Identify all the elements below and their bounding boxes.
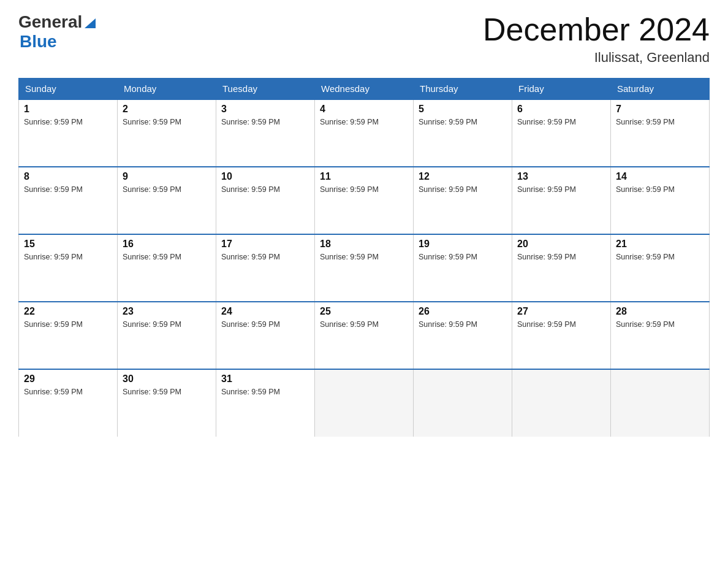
day-sunrise-info: Sunrise: 9:59 PM: [221, 388, 280, 396]
day-number: 17: [221, 239, 309, 250]
logo-general: General: [18, 12, 82, 32]
day-sunrise-info: Sunrise: 9:59 PM: [24, 320, 83, 329]
day-cell: 25Sunrise: 9:59 PM: [315, 302, 414, 369]
day-number: 24: [221, 306, 309, 317]
day-number: 12: [419, 171, 507, 182]
day-sunrise-info: Sunrise: 9:59 PM: [616, 118, 675, 126]
day-cell: 11Sunrise: 9:59 PM: [315, 167, 414, 234]
day-sunrise-info: Sunrise: 9:59 PM: [419, 118, 477, 126]
day-cell: 27Sunrise: 9:59 PM: [512, 302, 611, 369]
day-number: 5: [419, 104, 507, 115]
day-number: 4: [320, 104, 408, 115]
day-cell: 31Sunrise: 9:59 PM: [216, 369, 315, 437]
day-cell: 23Sunrise: 9:59 PM: [118, 302, 216, 369]
day-number: 9: [123, 171, 211, 182]
day-number: 30: [123, 373, 211, 385]
day-cell: 24Sunrise: 9:59 PM: [216, 302, 315, 369]
header-wednesday: Wednesday: [315, 79, 414, 100]
weekday-header-row: Sunday Monday Tuesday Wednesday Thursday…: [19, 79, 710, 100]
day-sunrise-info: Sunrise: 9:59 PM: [320, 185, 379, 194]
calendar-table: Sunday Monday Tuesday Wednesday Thursday…: [18, 78, 710, 437]
logo-triangle-icon: [83, 16, 97, 29]
day-cell: 3Sunrise: 9:59 PM: [216, 99, 315, 167]
day-sunrise-info: Sunrise: 9:59 PM: [419, 320, 477, 329]
day-number: 13: [517, 171, 605, 182]
day-number: 28: [616, 306, 704, 317]
day-number: 16: [123, 239, 211, 250]
day-sunrise-info: Sunrise: 9:59 PM: [24, 253, 83, 261]
header-thursday: Thursday: [414, 79, 512, 100]
day-cell: [611, 369, 710, 437]
day-cell: 26Sunrise: 9:59 PM: [414, 302, 512, 369]
header-saturday: Saturday: [611, 79, 710, 100]
day-sunrise-info: Sunrise: 9:59 PM: [123, 253, 181, 261]
day-number: 1: [24, 104, 112, 115]
day-cell: 22Sunrise: 9:59 PM: [19, 302, 118, 369]
day-number: 6: [517, 104, 605, 115]
logo: General Blue: [18, 12, 97, 52]
day-sunrise-info: Sunrise: 9:59 PM: [221, 253, 280, 261]
day-cell: [315, 369, 414, 437]
week-row-5: 29Sunrise: 9:59 PM30Sunrise: 9:59 PM31Su…: [19, 369, 710, 437]
day-sunrise-info: Sunrise: 9:59 PM: [221, 185, 280, 194]
day-sunrise-info: Sunrise: 9:59 PM: [616, 320, 675, 329]
day-number: 7: [616, 104, 704, 115]
day-number: 19: [419, 239, 507, 250]
day-cell: 5Sunrise: 9:59 PM: [414, 99, 512, 167]
week-row-1: 1Sunrise: 9:59 PM2Sunrise: 9:59 PM3Sunri…: [19, 99, 710, 167]
month-year-title: December 2024: [483, 12, 710, 47]
day-cell: 12Sunrise: 9:59 PM: [414, 167, 512, 234]
day-sunrise-info: Sunrise: 9:59 PM: [616, 253, 675, 261]
page-header: General Blue December 2024 Ilulissat, Gr…: [18, 12, 710, 66]
day-sunrise-info: Sunrise: 9:59 PM: [221, 118, 280, 126]
day-cell: 7Sunrise: 9:59 PM: [611, 99, 710, 167]
day-sunrise-info: Sunrise: 9:59 PM: [123, 320, 181, 329]
day-number: 8: [24, 171, 112, 182]
day-sunrise-info: Sunrise: 9:59 PM: [517, 185, 576, 194]
day-number: 14: [616, 171, 704, 182]
day-sunrise-info: Sunrise: 9:59 PM: [24, 118, 83, 126]
header-tuesday: Tuesday: [216, 79, 315, 100]
day-number: 20: [517, 239, 605, 250]
day-cell: 29Sunrise: 9:59 PM: [19, 369, 118, 437]
day-number: 11: [320, 171, 408, 182]
day-sunrise-info: Sunrise: 9:59 PM: [419, 185, 477, 194]
day-cell: 13Sunrise: 9:59 PM: [512, 167, 611, 234]
day-cell: 20Sunrise: 9:59 PM: [512, 234, 611, 302]
day-number: 3: [221, 104, 309, 115]
day-sunrise-info: Sunrise: 9:59 PM: [24, 185, 83, 194]
day-cell: 15Sunrise: 9:59 PM: [19, 234, 118, 302]
day-cell: [512, 369, 611, 437]
day-cell: 16Sunrise: 9:59 PM: [118, 234, 216, 302]
day-cell: 19Sunrise: 9:59 PM: [414, 234, 512, 302]
day-cell: 8Sunrise: 9:59 PM: [19, 167, 118, 234]
day-number: 22: [24, 306, 112, 317]
day-sunrise-info: Sunrise: 9:59 PM: [320, 253, 379, 261]
day-number: 31: [221, 373, 309, 385]
day-sunrise-info: Sunrise: 9:59 PM: [123, 118, 181, 126]
day-cell: 17Sunrise: 9:59 PM: [216, 234, 315, 302]
day-sunrise-info: Sunrise: 9:59 PM: [616, 185, 675, 194]
day-sunrise-info: Sunrise: 9:59 PM: [517, 253, 576, 261]
day-cell: 14Sunrise: 9:59 PM: [611, 167, 710, 234]
day-number: 21: [616, 239, 704, 250]
day-cell: 18Sunrise: 9:59 PM: [315, 234, 414, 302]
header-monday: Monday: [118, 79, 216, 100]
day-cell: 4Sunrise: 9:59 PM: [315, 99, 414, 167]
week-row-2: 8Sunrise: 9:59 PM9Sunrise: 9:59 PM10Sunr…: [19, 167, 710, 234]
day-sunrise-info: Sunrise: 9:59 PM: [123, 185, 181, 194]
day-cell: 2Sunrise: 9:59 PM: [118, 99, 216, 167]
day-number: 15: [24, 239, 112, 250]
day-sunrise-info: Sunrise: 9:59 PM: [24, 388, 83, 396]
day-cell: [414, 369, 512, 437]
svg-marker-0: [85, 18, 96, 28]
day-cell: 6Sunrise: 9:59 PM: [512, 99, 611, 167]
header-friday: Friday: [512, 79, 611, 100]
day-cell: 9Sunrise: 9:59 PM: [118, 167, 216, 234]
day-number: 18: [320, 239, 408, 250]
day-sunrise-info: Sunrise: 9:59 PM: [419, 253, 477, 261]
day-number: 27: [517, 306, 605, 317]
location-subtitle: Ilulissat, Greenland: [483, 50, 710, 66]
day-sunrise-info: Sunrise: 9:59 PM: [221, 320, 280, 329]
day-sunrise-info: Sunrise: 9:59 PM: [123, 388, 181, 396]
